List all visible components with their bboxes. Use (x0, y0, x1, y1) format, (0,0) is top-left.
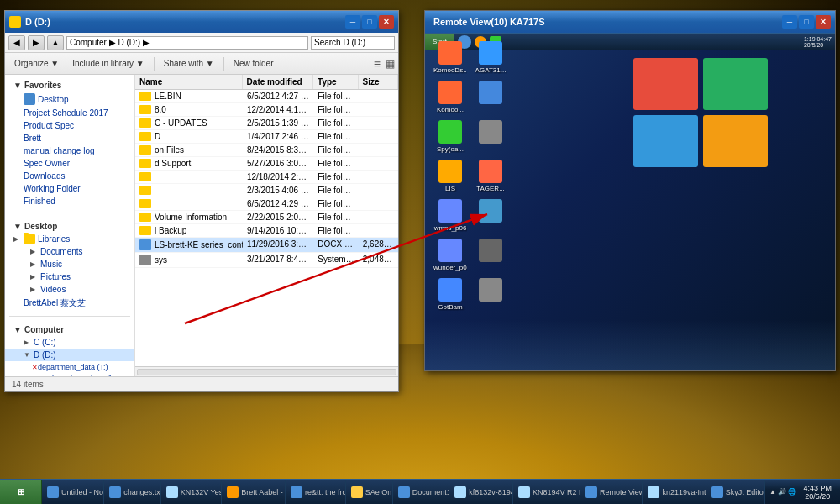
nav-product-spec[interactable]: Product Spec (5, 119, 134, 132)
taskbar-item-10[interactable]: kn2119va-Intl... (643, 480, 706, 504)
nav-brett[interactable]: Brett (5, 132, 134, 144)
favorites-header[interactable]: ▼ Favorites (5, 77, 134, 92)
taskbar-item-9[interactable]: Remote View... (580, 480, 643, 504)
nav-videos[interactable]: ▶Videos (5, 283, 134, 296)
horizontal-scrollbar[interactable] (135, 366, 398, 376)
taskbar-item-8[interactable]: KN8194V R2 P... (513, 480, 580, 504)
desktop-section: ▼ Desktop ▶ Libraries ▶Documents ▶Music (5, 216, 134, 313)
file-row[interactable]: l Backup 9/14/2016 10:47 AM File folder (135, 224, 398, 238)
file-row[interactable]: C - UPDATES 2/5/2015 1:39 PM File folder (135, 117, 398, 130)
maximize-button[interactable]: □ (362, 15, 377, 29)
details-view-button[interactable]: ▦ (386, 58, 395, 70)
view-toggle-button[interactable]: ≡ (374, 57, 381, 71)
file-row[interactable]: 2/3/2015 4:06 PM File folder (135, 184, 398, 197)
nav-brettabel[interactable]: BrettAbel 蔡文芝 (5, 296, 134, 311)
taskbar-item-4[interactable]: re&tt: the fro... (286, 480, 346, 504)
remote-icon-2[interactable]: AGAT31... (474, 41, 507, 74)
remote-icon-6[interactable] (474, 120, 507, 153)
nav-finished[interactable]: Finished (5, 195, 134, 207)
new-folder-button[interactable]: New folder (228, 56, 280, 71)
file-row[interactable]: 8.0 12/2/2014 4:15 PM File folder (135, 103, 398, 117)
remote-icon-1[interactable]: KomooDs... (433, 41, 467, 74)
taskbar-item-0[interactable]: Untitled - Not... (42, 480, 104, 504)
nav-music[interactable]: ▶Music (5, 258, 134, 270)
organize-button[interactable]: Organize ▼ (8, 56, 65, 71)
file-row[interactable]: 6/5/2012 4:29 PM File folder (135, 197, 398, 211)
date-text: 20/5/20 (805, 492, 830, 501)
file-row[interactable]: 12/18/2014 2:38 PM File folder (135, 171, 398, 184)
remote-icon-3[interactable]: Komoo... (433, 81, 467, 113)
nav-manual-log[interactable]: manual change log (5, 144, 134, 157)
include-library-button[interactable]: Include in library ▼ (66, 56, 150, 71)
desktop-section-header[interactable]: ▼ Desktop (5, 218, 134, 233)
file-row[interactable]: D 1/4/2017 2:46 PM File folder (135, 130, 398, 144)
nav-working-folder[interactable]: Working Folder (5, 182, 134, 195)
file-row[interactable]: sys 3/21/2017 8:42 AM System file 2,048,… (135, 253, 398, 268)
taskbar-item-2[interactable]: KN132V Yes... (161, 480, 223, 504)
remote-icon-7[interactable]: LIS (433, 160, 467, 192)
col-name-header[interactable]: Name (135, 75, 243, 89)
nav-c-drive[interactable]: ▶C (C:) (5, 336, 134, 349)
nav-d-drive[interactable]: ▼D (D:) (5, 349, 134, 361)
remote-icon-12[interactable] (474, 239, 507, 271)
taskbar-item-3[interactable]: Brett Aabel - I... (222, 480, 286, 504)
address-bar: ◀ ▶ ▲ Computer ▶ D (D:) ▶ Search D (D:) (5, 33, 398, 53)
taskbar-item-6[interactable]: Document1 - (393, 480, 449, 504)
nav-downloads[interactable]: Downloads (5, 170, 134, 182)
expand-icon-pic: ▶ (30, 273, 39, 281)
file-explorer-title: D (D:) (25, 17, 345, 27)
remote-icon-8[interactable]: TAGER... (474, 160, 507, 192)
time-text: 4:43 PM (803, 484, 832, 492)
col-size-header[interactable]: Size (359, 75, 398, 89)
remote-icon-10[interactable] (474, 199, 507, 232)
back-button[interactable]: ◀ (8, 35, 25, 50)
remote-icon-11[interactable]: wunder_p08 (433, 239, 467, 271)
computer-section-header[interactable]: ▼ Computer (5, 322, 134, 336)
nav-desktop[interactable]: Desktop (5, 92, 134, 107)
nav-spec-owner[interactable]: Spec Owner (5, 157, 134, 170)
file-row[interactable]: on Files 8/24/2015 8:34 AM File folder (135, 144, 398, 157)
icon-label: wmns_p06 (433, 224, 467, 232)
taskbar-item-5[interactable]: SAe On ( (346, 480, 393, 504)
col-type-header[interactable]: Type (313, 75, 359, 89)
remote-icon-13[interactable]: GotBam (433, 278, 467, 311)
nav-separator-2 (9, 316, 130, 317)
remote-icon-14[interactable] (474, 278, 507, 311)
taskbar-item-7[interactable]: kf8132v-8194... (449, 480, 513, 504)
icon-row-5: wmns_p06 (433, 199, 507, 232)
icon-row-2: Komoo... (433, 81, 507, 113)
nav-documents[interactable]: ▶Documents (5, 245, 134, 258)
nav-pictures[interactable]: ▶Pictures (5, 270, 134, 283)
remote-view-title: Remote View(10) KA717S (433, 17, 782, 27)
remote-close-button[interactable]: ✕ (816, 15, 831, 29)
nav-dept-data[interactable]: ✕ department_data (T:) (5, 361, 134, 373)
remote-maximize-button[interactable]: □ (799, 15, 814, 29)
file-size (359, 211, 398, 223)
taskbar-label-3: Brett Aabel - I... (241, 488, 286, 496)
file-row[interactable]: LE.BIN 6/5/2012 4:27 PM File folder (135, 90, 398, 103)
share-with-button[interactable]: Share with ▼ (158, 56, 220, 71)
col-date-header[interactable]: Date modified (243, 75, 313, 89)
toolbar-separator (154, 57, 155, 71)
file-row[interactable]: d Support 5/27/2016 3:05 PM File folder (135, 157, 398, 171)
minimize-button[interactable]: ─ (345, 15, 360, 29)
gotbam-icon (438, 278, 462, 302)
file-row[interactable]: Volume Information 2/22/2015 2:05 PM Fil… (135, 211, 398, 224)
close-button[interactable]: ✕ (379, 15, 394, 29)
taskbar-item-11[interactable]: SkyJt Editor... (706, 480, 765, 504)
taskbar-item-1[interactable]: changes.txt - (104, 480, 160, 504)
remote-icon-9[interactable]: wmns_p06 (433, 199, 467, 232)
nav-libraries[interactable]: ▶ Libraries (5, 233, 134, 245)
remote-minimize-button[interactable]: ─ (782, 15, 797, 29)
address-input[interactable]: Computer ▶ D (D:) ▶ (66, 36, 308, 50)
taskbar-label-6: Document1 - (412, 488, 449, 496)
up-button[interactable]: ▲ (47, 35, 64, 50)
forward-button[interactable]: ▶ (28, 35, 45, 50)
spy-icon (438, 120, 462, 144)
remote-icon-4[interactable] (474, 81, 507, 113)
remote-icon-5[interactable]: Spy(oa... (433, 120, 467, 153)
file-row-selected[interactable]: LS-brett-KE series_content_over... 11/29… (135, 238, 398, 253)
start-button[interactable]: ⊞ (0, 480, 42, 505)
search-input[interactable]: Search D (D:) (311, 36, 395, 50)
nav-project-schedule[interactable]: Project Schedule 2017 (5, 107, 134, 119)
